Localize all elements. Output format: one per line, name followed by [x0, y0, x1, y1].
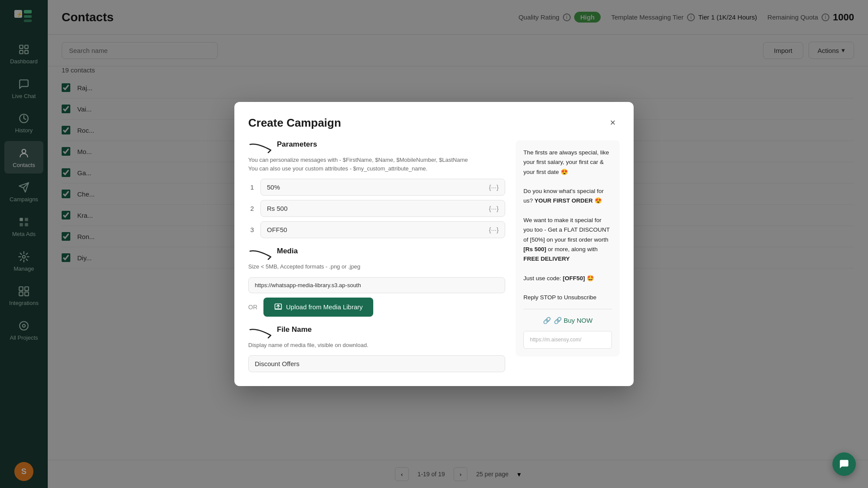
- param-number-3: 3: [248, 226, 256, 233]
- filename-input[interactable]: [248, 355, 505, 372]
- media-description: Size < 5MB, Accepted formats - .png or .…: [248, 262, 505, 271]
- param-value-1: 50%: [267, 183, 280, 191]
- media-arrow-icon: [248, 248, 274, 260]
- preview-line-3: We want to make it special for you too -…: [523, 216, 612, 264]
- filename-description: Display name of media file, visible on d…: [248, 341, 505, 350]
- param-row-1: 1 50% {···}: [248, 179, 505, 196]
- param-value-3: OFF50: [267, 226, 287, 233]
- preview-bold-1: YOUR FIRST ORDER: [535, 197, 593, 204]
- parameters-header: Parameters: [248, 140, 505, 153]
- param-curly-1: {···}: [489, 183, 499, 191]
- message-preview: The firsts are always special, like your…: [516, 140, 620, 357]
- modal-body: Parameters You can personalize messages …: [248, 140, 620, 372]
- modal-overlay: Create Campaign × Parameters You can p: [0, 0, 868, 488]
- preview-url-box: https://m.aisensy.com/: [523, 331, 612, 349]
- param-input-1[interactable]: 50% {···}: [260, 179, 505, 196]
- upload-media-button[interactable]: Upload from Media Library: [263, 298, 373, 317]
- preview-unsubscribe: Reply STOP to Unsubscribe: [523, 293, 612, 302]
- preview-line-1: The firsts are always special, like your…: [523, 148, 612, 177]
- param-curly-3: {···}: [489, 226, 499, 233]
- modal-left-panel: Parameters You can personalize messages …: [248, 140, 505, 372]
- param-input-3[interactable]: OFF50 {···}: [260, 221, 505, 238]
- modal-title: Create Campaign: [248, 116, 341, 130]
- parameters-title: Parameters: [277, 140, 317, 149]
- buy-now-link[interactable]: 🔗 🔗 Buy NOW: [543, 315, 593, 326]
- create-campaign-modal: Create Campaign × Parameters You can p: [234, 102, 634, 386]
- param-input-2[interactable]: Rs 500 {···}: [260, 200, 505, 217]
- preview-line-4: Just use code: [OFF50] 🤩: [523, 274, 612, 283]
- media-upload-row: OR Upload from Media Library: [248, 298, 505, 317]
- preview-bold-3: FREE DELIVERY: [523, 255, 570, 262]
- media-url-input[interactable]: [248, 277, 505, 293]
- preview-bold-4: [OFF50]: [563, 275, 585, 282]
- parameters-section: Parameters You can personalize messages …: [248, 140, 505, 238]
- chat-bubble-icon: [838, 459, 850, 470]
- floating-chat-button[interactable]: [832, 452, 856, 476]
- media-section: Media Size < 5MB, Accepted formats - .pn…: [248, 247, 505, 317]
- modal-right-panel: The firsts are always special, like your…: [516, 140, 620, 372]
- parameters-description: You can personalize messages with - $Fir…: [248, 156, 505, 173]
- filename-arrow-icon: [248, 326, 274, 338]
- media-title: Media: [277, 247, 298, 255]
- media-header: Media: [248, 247, 505, 260]
- param-number-1: 1: [248, 183, 256, 191]
- upload-icon: [274, 303, 283, 311]
- param-row-3: 3 OFF50 {···}: [248, 221, 505, 238]
- preview-link-section: 🔗 🔗 Buy NOW: [523, 309, 612, 326]
- preview-line-2: Do you know what's special for us? YOUR …: [523, 187, 612, 206]
- external-link-icon: 🔗: [543, 315, 551, 326]
- or-label: OR: [248, 304, 257, 311]
- filename-title: File Name: [277, 325, 312, 334]
- parameters-arrow-icon: [248, 141, 274, 153]
- param-row-2: 2 Rs 500 {···}: [248, 200, 505, 217]
- modal-close-button[interactable]: ×: [606, 116, 620, 130]
- preview-url-text: https://m.aisensy.com/: [530, 337, 581, 343]
- preview-bold-2: [Rs 500]: [523, 246, 546, 252]
- filename-section: File Name Display name of media file, vi…: [248, 325, 505, 373]
- modal-header: Create Campaign ×: [248, 116, 620, 130]
- param-value-2: Rs 500: [267, 205, 288, 212]
- upload-button-label: Upload from Media Library: [286, 303, 363, 311]
- param-curly-2: {···}: [489, 205, 499, 212]
- param-number-2: 2: [248, 205, 256, 212]
- filename-header: File Name: [248, 325, 505, 338]
